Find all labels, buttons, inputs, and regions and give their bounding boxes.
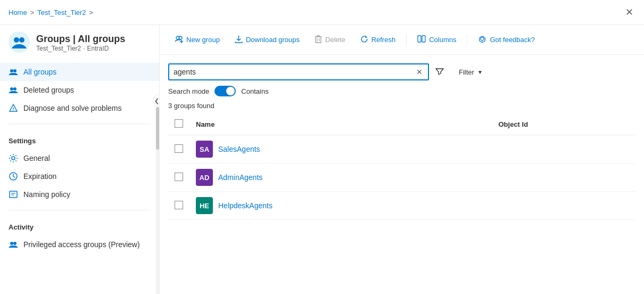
sidebar-item-privileged-access-label: Privileged access groups (Preview) bbox=[23, 240, 140, 249]
sidebar-avatar bbox=[9, 31, 30, 54]
sidebar-product: EntraID bbox=[87, 45, 109, 52]
row-checkbox-cell-2 bbox=[168, 192, 189, 220]
delete-button[interactable]: Delete bbox=[308, 32, 352, 48]
sidebar-item-deleted-groups[interactable]: Deleted groups bbox=[0, 81, 159, 99]
sidebar-item-all-groups[interactable]: All groups bbox=[0, 63, 159, 81]
privileged-access-icon bbox=[9, 240, 18, 249]
search-clear-button[interactable]: ✕ bbox=[415, 67, 424, 77]
row-objectid-cell-1 bbox=[492, 164, 635, 192]
sidebar-item-general[interactable]: General bbox=[0, 149, 159, 167]
search-box[interactable]: ✕ bbox=[168, 63, 429, 80]
sidebar: Groups | All groups Test_Test_Tier2 · En… bbox=[0, 25, 160, 294]
naming-policy-icon bbox=[9, 190, 18, 199]
breadcrumb-tier[interactable]: Test_Test_Tier2 bbox=[37, 9, 86, 17]
select-all-header bbox=[168, 114, 189, 135]
group-avatar-1: AD bbox=[196, 169, 213, 186]
download-groups-button[interactable]: Download groups bbox=[228, 32, 306, 48]
name-column-header: Name bbox=[189, 114, 492, 135]
sidebar-subtitle: Test_Test_Tier2 · EntraID bbox=[36, 45, 125, 52]
subtitle-dot: · bbox=[83, 45, 85, 52]
row-objectid-cell-0 bbox=[492, 135, 635, 164]
row-checkbox-cell-1 bbox=[168, 164, 189, 192]
refresh-button[interactable]: Refresh bbox=[354, 32, 402, 48]
activity-divider bbox=[9, 210, 151, 210]
sidebar-item-diagnose[interactable]: Diagnose and solve problems bbox=[0, 99, 159, 117]
breadcrumb-sep2: > bbox=[89, 9, 94, 17]
new-group-label: New group bbox=[186, 36, 220, 44]
row-name-cell-1: AD AdminAgents bbox=[189, 164, 492, 192]
columns-button[interactable]: Columns bbox=[411, 32, 463, 47]
sidebar-nav: All groups Deleted groups bbox=[0, 61, 159, 119]
columns-icon bbox=[417, 35, 426, 44]
row-checkbox-1[interactable] bbox=[175, 173, 183, 181]
svg-point-6 bbox=[13, 87, 16, 91]
svg-point-5 bbox=[10, 87, 13, 91]
svg-point-4 bbox=[13, 69, 16, 72]
refresh-icon bbox=[360, 35, 368, 45]
search-area: ✕ Filter ▼ Search mode bbox=[160, 55, 644, 114]
sidebar-item-privileged-access[interactable]: Privileged access groups (Preview) bbox=[0, 235, 159, 254]
svg-rect-11 bbox=[10, 191, 17, 198]
sidebar-scrollbar-thumb[interactable] bbox=[156, 107, 159, 150]
sidebar-scrollbar-track[interactable] bbox=[156, 105, 159, 294]
activity-nav: Privileged access groups (Preview) bbox=[0, 233, 159, 256]
search-input[interactable] bbox=[174, 68, 411, 76]
table-row: HE HelpdeskAgents bbox=[168, 192, 635, 220]
expiration-icon bbox=[9, 172, 18, 181]
toolbar-separator-1 bbox=[406, 34, 407, 46]
row-checkbox-0[interactable] bbox=[175, 144, 183, 153]
columns-label: Columns bbox=[429, 36, 456, 44]
group-avatar-0: SA bbox=[196, 141, 213, 158]
content-area: New group Download groups bbox=[160, 25, 644, 294]
filter-button[interactable]: Filter ▼ bbox=[453, 66, 488, 78]
svg-rect-22 bbox=[418, 36, 421, 42]
name-cell-0: SA SalesAgents bbox=[196, 141, 485, 158]
svg-point-8 bbox=[13, 110, 13, 110]
group-avatar-2: HE bbox=[196, 197, 213, 214]
sidebar-item-deleted-groups-label: Deleted groups bbox=[23, 86, 74, 94]
breadcrumb-home[interactable]: Home bbox=[9, 9, 27, 17]
row-checkbox-2[interactable] bbox=[175, 201, 183, 209]
row-checkbox-cell-0 bbox=[168, 135, 189, 164]
group-name-link-2[interactable]: HelpdeskAgents bbox=[218, 201, 273, 210]
filter-area: Filter ▼ bbox=[435, 66, 488, 78]
select-all-checkbox[interactable] bbox=[175, 119, 183, 128]
sidebar-tenant: Test_Test_Tier2 bbox=[36, 45, 81, 52]
svg-point-14 bbox=[10, 242, 13, 245]
download-groups-label: Download groups bbox=[246, 36, 300, 44]
new-group-icon bbox=[175, 35, 183, 45]
svg-point-1 bbox=[14, 37, 19, 43]
all-groups-icon bbox=[9, 67, 18, 77]
new-group-button[interactable]: New group bbox=[168, 31, 226, 48]
search-mode-value: Contains bbox=[241, 87, 268, 95]
sidebar-item-all-groups-label: All groups bbox=[23, 68, 56, 76]
feedback-icon bbox=[478, 35, 486, 45]
settings-section-label: Settings bbox=[0, 128, 159, 147]
svg-point-0 bbox=[9, 31, 30, 53]
search-mode-row: Search mode Contains bbox=[168, 86, 635, 96]
sidebar-title: Groups | All groups bbox=[36, 34, 125, 45]
sidebar-item-expiration[interactable]: Expiration bbox=[0, 167, 159, 185]
main-layout: Groups | All groups Test_Test_Tier2 · En… bbox=[0, 25, 644, 294]
filter-chevron-icon: ▼ bbox=[477, 69, 483, 75]
deleted-groups-icon bbox=[9, 85, 18, 95]
sidebar-item-naming-policy[interactable]: Naming policy bbox=[0, 185, 159, 203]
activity-section-label: Activity bbox=[0, 215, 159, 233]
refresh-label: Refresh bbox=[371, 36, 396, 44]
delete-icon bbox=[315, 35, 322, 45]
toolbar-separator-2 bbox=[467, 34, 467, 46]
sidebar-item-diagnose-label: Diagnose and solve problems bbox=[23, 104, 121, 112]
sidebar-item-expiration-label: Expiration bbox=[23, 172, 56, 181]
groups-table: Name Object Id SA SalesAgents AD bbox=[168, 114, 635, 220]
close-button[interactable]: ✕ bbox=[623, 4, 635, 20]
feedback-button[interactable]: Got feedback? bbox=[472, 32, 541, 48]
breadcrumb-sep1: > bbox=[30, 9, 35, 17]
object-id-column-header: Object Id bbox=[492, 114, 635, 135]
search-mode-toggle[interactable] bbox=[214, 86, 236, 96]
results-count: 3 groups found bbox=[168, 102, 635, 114]
group-name-link-0[interactable]: SalesAgents bbox=[218, 145, 260, 153]
diagnose-icon bbox=[9, 103, 18, 113]
group-name-link-1[interactable]: AdminAgents bbox=[218, 173, 262, 182]
sidebar-item-naming-policy-label: Naming policy bbox=[23, 190, 70, 199]
filter-icon bbox=[435, 68, 444, 77]
